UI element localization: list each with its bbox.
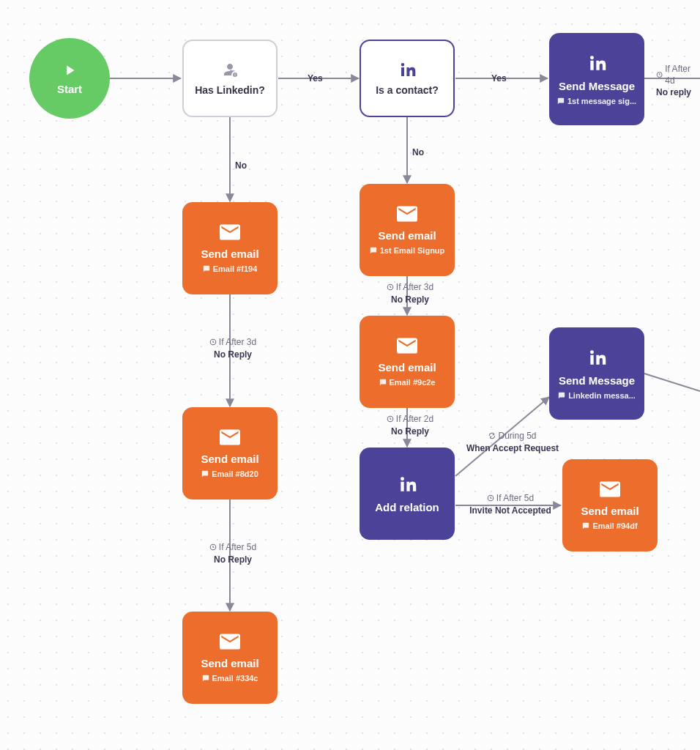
send-email-f194-sub: Email #f194 [213, 264, 258, 273]
has-linkedin-label: Has Linkedin? [195, 84, 265, 96]
decision-is-contact[interactable]: Is a contact? [360, 40, 455, 117]
chat-icon [201, 470, 209, 478]
edge-rel-noaccept: If After 5d Invite Not Accepted [463, 492, 558, 516]
play-icon [62, 62, 78, 78]
clock-icon [656, 71, 663, 78]
clock-icon [487, 494, 494, 502]
chat-icon [557, 97, 565, 105]
send-message-node-li[interactable]: Send Message Linkedin messa... [549, 327, 644, 420]
mail-icon [397, 338, 417, 354]
edge-has-linkedin-no: No [235, 160, 247, 171]
send-email-8d20[interactable]: Send email Email #8d20 [182, 407, 278, 500]
person-info-icon [221, 61, 239, 78]
chat-icon [370, 247, 377, 254]
send-email-334c-title: Send email [201, 657, 258, 669]
edge-send-msg-right: If After 4d No reply [656, 63, 700, 99]
send-email-f194[interactable]: Send email Email #f194 [182, 202, 278, 294]
edge-9c2e-down: If After 2d No Reply [381, 413, 439, 437]
send-message-title-1: Send Message [559, 80, 635, 92]
clock-icon [387, 415, 394, 423]
mail-icon [220, 634, 240, 650]
chat-icon [582, 522, 589, 530]
linkedin-icon [587, 53, 606, 73]
send-email-8d20-sub: Email #8d20 [212, 469, 258, 478]
edge-8d20-down: If After 5d No Reply [204, 541, 262, 565]
add-relation-node[interactable]: Add relation [360, 448, 455, 540]
send-email-334c[interactable]: Send email Email #334c [182, 612, 278, 704]
send-message-li-title: Send Message [559, 374, 635, 387]
send-message-li-sub: Linkedin messa... [568, 391, 636, 400]
chat-icon [558, 392, 565, 399]
edge-rel-accept: During 5d When Accept Request [461, 430, 564, 454]
mail-icon [220, 224, 240, 240]
chat-icon [202, 675, 209, 682]
chat-icon [379, 379, 387, 386]
linkedin-icon [398, 61, 416, 78]
mail-icon [397, 206, 417, 222]
start-node[interactable]: Start [29, 38, 110, 119]
linkedin-icon [398, 475, 417, 494]
clock-icon [387, 283, 394, 291]
decision-has-linkedin[interactable]: Has Linkedin? [182, 40, 278, 117]
send-email-9c2e-title: Send email [378, 361, 436, 374]
send-email-334c-sub: Email #334c [212, 674, 258, 683]
mail-icon [220, 429, 240, 445]
send-message-node-1[interactable]: Send Message 1st message sig... [549, 33, 644, 125]
linkedin-icon [587, 348, 606, 367]
edge-f194-down: If After 3d No Reply [204, 336, 262, 360]
send-email-f194-title: Send email [201, 248, 258, 260]
refresh-icon [488, 432, 496, 439]
clock-icon [209, 338, 217, 346]
add-relation-title: Add relation [375, 501, 439, 513]
send-email-8d20-title: Send email [201, 453, 258, 465]
send-email-1st-title: Send email [378, 229, 436, 242]
send-message-sub-1: 1st message sig... [567, 97, 636, 105]
chat-icon [203, 265, 210, 272]
mail-icon [600, 481, 620, 497]
edge-is-contact-yes: Yes [491, 73, 507, 84]
send-email-1st[interactable]: Send email 1st Email Signup [360, 184, 455, 276]
send-email-9c2e[interactable]: Send email Email #9c2e [360, 316, 455, 408]
edge-is-contact-no: No [412, 146, 424, 158]
svg-line-12 [644, 374, 700, 391]
send-email-1st-sub: 1st Email Signup [380, 246, 445, 255]
is-contact-label: Is a contact? [376, 84, 439, 96]
send-email-94df[interactable]: Send email Email #94df [562, 459, 658, 552]
edge-first-down: If After 3d No Reply [381, 281, 439, 305]
send-email-94df-title: Send email [581, 505, 638, 517]
send-email-9c2e-sub: Email #9c2e [390, 378, 436, 387]
send-email-94df-sub: Email #94df [592, 521, 637, 530]
start-label: Start [57, 83, 82, 95]
edge-has-linkedin-yes: Yes [308, 73, 323, 84]
clock-icon [209, 543, 217, 551]
